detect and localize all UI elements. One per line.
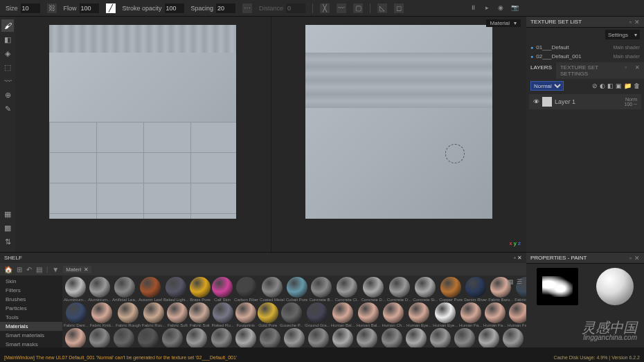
material-item[interactable]: Baked Light... bbox=[163, 277, 188, 302]
material-item[interactable]: Gold Pure bbox=[258, 302, 278, 327]
cube-icon[interactable]: ◻ bbox=[394, 3, 404, 13]
spacing-input[interactable] bbox=[216, 3, 235, 13]
shelf-category-brushes[interactable]: Brushes bbox=[0, 295, 62, 304]
material-item[interactable] bbox=[186, 328, 208, 347]
close-icon[interactable]: ✕ bbox=[631, 62, 644, 79]
channel-dropdown[interactable]: Material▾ bbox=[486, 19, 521, 27]
size-input[interactable] bbox=[21, 3, 40, 13]
material-item[interactable] bbox=[136, 328, 159, 347]
material-item[interactable]: Aluminium... bbox=[64, 277, 87, 302]
material-item[interactable]: Fabric Rough bbox=[116, 302, 141, 327]
material-item[interactable]: Human Fa... bbox=[508, 302, 526, 327]
material-item[interactable]: Carbon Fiber bbox=[234, 277, 258, 302]
material-item[interactable]: Footprints bbox=[235, 302, 256, 327]
paint-tool[interactable]: 🖌 bbox=[1, 19, 14, 32]
render-icon[interactable]: ▸ bbox=[482, 3, 492, 12]
undock-icon[interactable]: ▫ bbox=[629, 19, 632, 26]
collapse-icon[interactable]: ▤ bbox=[36, 266, 42, 273]
camera-icon[interactable]: 📷 bbox=[510, 3, 519, 12]
material-item[interactable]: Aluminium... bbox=[88, 277, 111, 302]
close-icon[interactable]: ✕ bbox=[634, 255, 640, 262]
material-item[interactable]: Concrete Cl... bbox=[334, 277, 359, 302]
layer-name[interactable]: Layer 1 bbox=[555, 98, 575, 105]
material-item[interactable]: Human Ch... bbox=[382, 302, 405, 327]
back-icon[interactable]: ↶ bbox=[26, 266, 32, 273]
material-item[interactable]: Coated Metal bbox=[260, 277, 285, 302]
close-icon[interactable]: ✕ bbox=[517, 255, 522, 261]
material-item[interactable] bbox=[64, 328, 87, 347]
checker-icon[interactable]: ▩ bbox=[1, 221, 14, 234]
material-item[interactable]: Concrete B... bbox=[309, 277, 333, 302]
layer-item[interactable]: 👁 Layer 1 Norm 100 ─ bbox=[529, 94, 641, 109]
add-folder-icon[interactable]: 📁 bbox=[624, 82, 632, 89]
delete-layer-icon[interactable]: 🗑 bbox=[634, 82, 640, 89]
material-item[interactable]: Ground Gra... bbox=[305, 302, 330, 327]
viewport-3d[interactable] bbox=[15, 17, 271, 252]
material-item[interactable]: Flaked Ru... bbox=[211, 302, 233, 327]
material-item[interactable]: Fabric Soft bbox=[167, 302, 188, 327]
material-item[interactable]: Concrete Si... bbox=[413, 277, 438, 302]
material-item[interactable]: Gouache P... bbox=[280, 302, 303, 327]
projection-tool[interactable]: ◈ bbox=[1, 47, 14, 60]
material-item[interactable]: Cobalt Pure bbox=[286, 277, 308, 302]
clone-tool[interactable]: ⊕ bbox=[1, 89, 14, 101]
size-link-icon[interactable]: ⛓ bbox=[47, 3, 57, 13]
material-item[interactable] bbox=[88, 328, 111, 347]
material-item[interactable] bbox=[454, 328, 476, 347]
undock-icon[interactable]: ▫ bbox=[620, 62, 631, 79]
material-item[interactable]: Calf Skin bbox=[212, 277, 233, 302]
material-item[interactable]: Artificial Lea... bbox=[112, 277, 137, 302]
texture-set-item[interactable]: ●02___Default_001 Main shader bbox=[526, 52, 644, 61]
settings-dropdown[interactable]: Settings▾ bbox=[605, 30, 640, 39]
shelf-category-smart-masks[interactable]: Smart masks bbox=[0, 340, 62, 347]
material-item[interactable] bbox=[161, 328, 184, 347]
material-item[interactable]: Fabric Knitt... bbox=[90, 302, 114, 327]
material-item[interactable] bbox=[478, 328, 501, 347]
polygon-mode-icon[interactable]: ▦ bbox=[1, 208, 14, 220]
geometry-icon[interactable]: ◺ bbox=[377, 3, 387, 13]
material-item[interactable]: Human Eye... bbox=[433, 302, 458, 327]
tab-texture-set-settings[interactable]: TEXTURE SET SETTINGS bbox=[556, 62, 620, 79]
opacity-input[interactable] bbox=[165, 3, 184, 13]
material-item[interactable] bbox=[380, 328, 403, 347]
brush-alpha-preview[interactable] bbox=[537, 268, 578, 305]
material-item[interactable]: Concrete D... bbox=[361, 277, 385, 302]
visibility-dot-icon[interactable]: ● bbox=[530, 45, 533, 50]
grid-view-icon[interactable]: ▦ bbox=[508, 278, 514, 285]
axis-gizmo[interactable]: x y z bbox=[510, 240, 521, 246]
material-item[interactable]: Denim River bbox=[464, 277, 487, 302]
material-item[interactable]: Human Fa... bbox=[483, 302, 506, 327]
spacing-icon[interactable]: ⋯ bbox=[242, 3, 252, 13]
material-item[interactable] bbox=[258, 328, 281, 347]
alignment-icon[interactable]: ▢ bbox=[353, 3, 363, 13]
eye-icon[interactable]: 👁 bbox=[533, 98, 539, 105]
shelf-search-chip[interactable]: Materi✕ bbox=[63, 266, 91, 273]
material-item[interactable]: Copper Pure bbox=[439, 277, 463, 302]
material-item[interactable] bbox=[502, 328, 525, 347]
swap-icon[interactable]: ⇅ bbox=[1, 235, 14, 248]
material-item[interactable]: Autumn Leaf bbox=[138, 277, 162, 302]
shelf-category-skin[interactable]: Skin bbox=[0, 277, 62, 286]
symmetry-icon[interactable]: ╳ bbox=[320, 3, 330, 13]
pause-icon[interactable]: ⏸ bbox=[468, 3, 478, 12]
viewport-2d[interactable]: x y z bbox=[271, 17, 527, 252]
add-layer-icon[interactable]: ◧ bbox=[607, 82, 614, 89]
blend-mode-select[interactable]: Normal bbox=[530, 81, 564, 91]
tab-layers[interactable]: LAYERS bbox=[526, 62, 556, 79]
material-item[interactable]: Human Bal... bbox=[357, 302, 381, 327]
undock-icon[interactable]: ▫ bbox=[629, 255, 632, 262]
eraser-tool[interactable]: ◧ bbox=[1, 33, 14, 46]
material-item[interactable]: Fabric Suit bbox=[189, 302, 210, 327]
undock-icon[interactable]: ▫ bbox=[514, 255, 516, 261]
material-item[interactable]: Human Fa... bbox=[459, 302, 482, 327]
import-icon[interactable]: ⊞ bbox=[17, 266, 22, 273]
texture-set-item[interactable]: ●01___Default Main shader bbox=[526, 43, 644, 52]
lazy-mouse-icon[interactable]: 〰 bbox=[337, 3, 346, 13]
add-mask-icon[interactable]: ◐ bbox=[600, 82, 605, 89]
material-item[interactable]: Fabric Deni... bbox=[64, 302, 89, 327]
material-item[interactable] bbox=[332, 328, 355, 347]
material-item[interactable] bbox=[112, 328, 135, 347]
picker-icon[interactable]: ✎ bbox=[1, 102, 14, 115]
material-item[interactable]: Human Eye... bbox=[406, 302, 431, 327]
shelf-category-materials[interactable]: Materials bbox=[0, 322, 62, 331]
